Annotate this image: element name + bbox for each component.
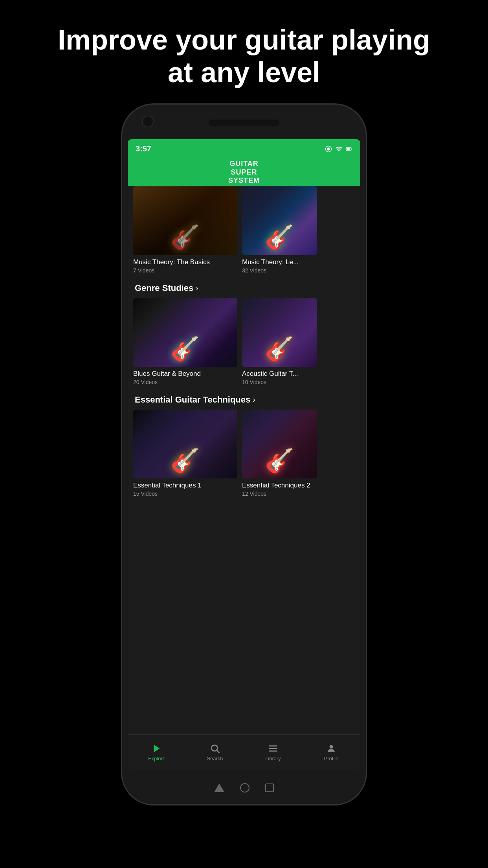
status-time: 3:57 bbox=[136, 144, 151, 153]
bottom-nav: Explore Search bbox=[128, 734, 360, 770]
course-title-essential-2: Essential Techniques 2 bbox=[242, 482, 317, 489]
headline: Improve your guitar playing at any level bbox=[0, 0, 488, 105]
signal-icon bbox=[325, 145, 332, 153]
back-button[interactable] bbox=[214, 783, 224, 792]
page-wrapper: Improve your guitar playing at any level… bbox=[0, 0, 488, 868]
nav-item-profile[interactable]: Profile bbox=[302, 735, 360, 770]
course-card-music-theory-basics[interactable]: Music Theory: The Basics 7 Videos bbox=[133, 186, 237, 274]
course-videos-blues: 20 Videos bbox=[133, 379, 237, 385]
explore-label: Explore bbox=[148, 756, 165, 761]
search-icon bbox=[209, 743, 220, 754]
course-videos-essential-2: 12 Videos bbox=[242, 491, 317, 497]
essential-techniques-title: Essential Guitar Techniques bbox=[135, 395, 250, 405]
status-icons bbox=[325, 145, 352, 153]
course-videos-music-theory-2: 32 Videos bbox=[242, 267, 317, 274]
course-videos-music-theory-basics: 7 Videos bbox=[133, 267, 237, 274]
profile-icon bbox=[326, 743, 337, 754]
nav-item-search[interactable]: Search bbox=[186, 735, 244, 770]
genre-studies-header[interactable]: Genre Studies › bbox=[128, 276, 360, 298]
course-card-music-theory-2[interactable]: Music Theory: Le... 32 Videos bbox=[242, 186, 317, 274]
genre-studies-title: Genre Studies bbox=[135, 283, 193, 293]
genre-studies-row: Blues Guitar & Beyond 20 Videos Acoustic… bbox=[128, 298, 360, 385]
course-thumb-music-theory-basics bbox=[133, 186, 237, 255]
battery-icon bbox=[345, 145, 352, 153]
essential-techniques-header[interactable]: Essential Guitar Techniques › bbox=[128, 388, 360, 410]
svg-line-6 bbox=[217, 750, 219, 752]
status-bar: 3:57 bbox=[128, 139, 360, 159]
course-thumb-acoustic bbox=[242, 298, 317, 367]
wifi-icon bbox=[335, 145, 342, 153]
course-title-acoustic: Acoustic Guitar T... bbox=[242, 370, 317, 378]
library-label: Library bbox=[265, 756, 281, 761]
explore-icon bbox=[151, 743, 162, 754]
home-button[interactable] bbox=[240, 783, 250, 793]
phone-shell: 3:57 bbox=[122, 105, 366, 804]
course-card-blues[interactable]: Blues Guitar & Beyond 20 Videos bbox=[133, 298, 237, 385]
course-card-essential-2[interactable]: Essential Techniques 2 12 Videos bbox=[242, 410, 317, 497]
course-title-essential-1: Essential Techniques 1 bbox=[133, 482, 237, 489]
course-card-acoustic[interactable]: Acoustic Guitar T... 10 Videos bbox=[242, 298, 317, 385]
search-label: Search bbox=[207, 756, 223, 761]
course-thumb-blues bbox=[133, 298, 237, 367]
app-header: GUITARSUPERSYSTEM bbox=[128, 159, 360, 186]
app-logo: GUITARSUPERSYSTEM bbox=[228, 160, 260, 185]
phone-screen: 3:57 bbox=[128, 139, 360, 770]
course-card-essential-1[interactable]: Essential Techniques 1 15 Videos bbox=[133, 410, 237, 497]
course-title-music-theory-2: Music Theory: Le... bbox=[242, 258, 317, 266]
content-area[interactable]: Music Theory: The Basics 7 Videos Music … bbox=[128, 186, 360, 734]
course-title-blues: Blues Guitar & Beyond bbox=[133, 370, 237, 378]
phone-wrapper: 3:57 bbox=[122, 105, 366, 804]
course-thumb-essential-1 bbox=[133, 410, 237, 478]
recents-button[interactable] bbox=[265, 783, 274, 792]
profile-label: Profile bbox=[324, 756, 339, 761]
music-theory-row: Music Theory: The Basics 7 Videos Music … bbox=[128, 186, 360, 274]
svg-marker-4 bbox=[154, 745, 160, 752]
course-title-music-theory-basics: Music Theory: The Basics bbox=[133, 258, 237, 266]
nav-item-explore[interactable]: Explore bbox=[128, 735, 186, 770]
svg-point-1 bbox=[327, 147, 330, 151]
essential-techniques-row: Essential Techniques 1 15 Videos Essenti… bbox=[128, 410, 360, 497]
nav-item-library[interactable]: Library bbox=[244, 735, 302, 770]
phone-home-buttons bbox=[147, 783, 341, 793]
course-videos-acoustic: 10 Videos bbox=[242, 379, 317, 385]
course-thumb-music-theory-2 bbox=[242, 186, 317, 255]
phone-camera bbox=[142, 116, 154, 127]
course-thumb-essential-2 bbox=[242, 410, 317, 478]
library-icon bbox=[268, 743, 279, 754]
svg-rect-3 bbox=[347, 148, 350, 150]
course-videos-essential-1: 15 Videos bbox=[133, 491, 237, 497]
svg-point-10 bbox=[330, 745, 333, 748]
genre-studies-arrow-icon: › bbox=[196, 283, 198, 292]
phone-speaker bbox=[209, 120, 279, 126]
essential-techniques-arrow-icon: › bbox=[253, 395, 255, 404]
